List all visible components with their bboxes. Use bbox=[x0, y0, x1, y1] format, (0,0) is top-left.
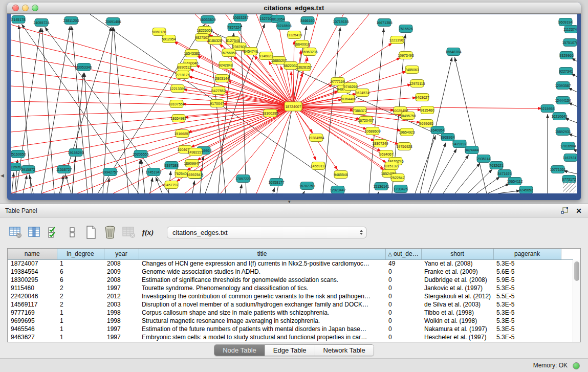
new-column-icon[interactable] bbox=[84, 225, 98, 239]
graph-node[interactable]: 23811203 bbox=[63, 17, 79, 25]
red-edge[interactable] bbox=[293, 14, 343, 106]
graph-node[interactable]: 16782753 bbox=[299, 182, 315, 190]
graph-node[interactable]: 11568727 bbox=[56, 166, 72, 173]
graph-node[interactable]: 17451947 bbox=[145, 168, 161, 176]
selected-graph-node[interactable]: 9827503 bbox=[195, 34, 209, 41]
black-edge[interactable] bbox=[564, 118, 577, 123]
selected-graph-node[interactable]: 9699695 bbox=[419, 120, 433, 127]
selected-graph-node[interactable]: 2803144 bbox=[215, 75, 229, 82]
selected-graph-node[interactable]: 16963236 bbox=[301, 48, 317, 56]
tab-edge-table[interactable]: Edge Table bbox=[265, 345, 315, 356]
selected-graph-node[interactable]: 18807249 bbox=[372, 140, 388, 147]
graph-node[interactable]: 15892931 bbox=[555, 128, 571, 136]
graph-node[interactable]: 16210643 bbox=[551, 113, 567, 120]
selected-graph-node[interactable]: 8427552 bbox=[211, 87, 225, 95]
table-selector-dropdown[interactable]: citations_edges.txt bbox=[167, 227, 366, 238]
selected-graph-node[interactable]: 16543382 bbox=[184, 50, 200, 57]
collapse-panel-arrow-icon[interactable]: ◀ bbox=[1, 173, 4, 178]
graph-node[interactable]: 17016504 bbox=[560, 142, 576, 150]
selected-graph-node[interactable]: 9242848 bbox=[219, 61, 232, 69]
graph-node[interactable]: 2935114 bbox=[477, 155, 491, 163]
graph-node[interactable]: 1640954 bbox=[430, 126, 444, 134]
graph-node[interactable]: 10771051 bbox=[550, 166, 565, 173]
black-edge[interactable] bbox=[498, 190, 520, 193]
graph-node[interactable]: 19158293 bbox=[68, 149, 83, 157]
column-header-title[interactable]: title bbox=[139, 249, 385, 259]
graph-node[interactable]: 8466160 bbox=[300, 17, 314, 25]
selected-graph-node[interactable]: 2522547 bbox=[390, 174, 404, 182]
graph-node[interactable]: 20206556 bbox=[133, 150, 148, 158]
selected-graph-node[interactable]: 12213399 bbox=[169, 85, 185, 93]
black-edge[interactable] bbox=[29, 175, 33, 193]
graph-node[interactable]: 19218596 bbox=[275, 22, 291, 30]
graph-node[interactable]: 7632621 bbox=[489, 162, 503, 169]
selected-graph-node[interactable]: 19654923 bbox=[399, 128, 415, 136]
function-builder-icon[interactable]: f(x) bbox=[141, 225, 155, 239]
selected-graph-node[interactable]: 9465546 bbox=[334, 171, 347, 179]
black-edge[interactable] bbox=[72, 158, 75, 193]
selected-graph-node[interactable]: 9746266 bbox=[343, 83, 357, 91]
graph-node[interactable]: 16671355 bbox=[376, 19, 392, 27]
table-row[interactable]: 946362711997Embryonic stem cells: a mode… bbox=[8, 333, 573, 341]
black-edge[interactable] bbox=[378, 191, 379, 193]
graph-node[interactable]: 9227341 bbox=[559, 68, 573, 75]
black-edge[interactable] bbox=[563, 171, 577, 174]
selected-graph-node[interactable]: 18495758 bbox=[400, 112, 416, 120]
selected-graph-node[interactable]: 11325419 bbox=[287, 31, 302, 39]
selected-graph-node[interactable]: 20364486 bbox=[340, 95, 356, 103]
tab-network-table[interactable]: Network Table bbox=[315, 345, 374, 356]
table-row[interactable]: 1872400712008Changes of HCN gene express… bbox=[8, 259, 573, 268]
graph-node[interactable]: 15136141 bbox=[373, 183, 389, 190]
selected-graph-node[interactable]: 18107554 bbox=[168, 100, 184, 108]
selected-graph-node[interactable]: 15166857 bbox=[174, 130, 190, 138]
selected-graph-node[interactable]: 12975115 bbox=[409, 80, 425, 87]
graph-node[interactable]: 11675317 bbox=[563, 154, 577, 162]
graph-node[interactable]: 24055724 bbox=[33, 19, 49, 27]
minimize-window-button[interactable] bbox=[22, 5, 29, 11]
red-edge[interactable] bbox=[11, 106, 293, 178]
window-titlebar[interactable]: citations_edges.txt bbox=[7, 3, 581, 14]
graph-node[interactable]: 10653287 bbox=[232, 14, 248, 21]
graph-node[interactable]: 17857223 bbox=[235, 175, 251, 183]
selected-graph-node[interactable]: 10973493 bbox=[398, 52, 413, 59]
graph-node[interactable]: 15751074 bbox=[562, 39, 577, 47]
graph-node[interactable]: 16648784 bbox=[445, 48, 461, 56]
graph-node[interactable]: 9245652 bbox=[519, 186, 533, 194]
selected-graph-node[interactable]: 9115460 bbox=[421, 106, 434, 114]
selected-graph-node[interactable]: 8186328 bbox=[208, 37, 222, 45]
column-header-pagerank[interactable]: pagerank bbox=[493, 249, 561, 259]
float-panel-icon[interactable] bbox=[561, 207, 569, 214]
red-edge[interactable] bbox=[186, 106, 293, 170]
graph-node[interactable]: 9329966 bbox=[559, 52, 573, 59]
black-edge[interactable] bbox=[303, 191, 304, 193]
selected-graph-node[interactable]: 14569117 bbox=[311, 162, 326, 170]
citation-network-graph[interactable]: 2145178240557242381120320691406160338091… bbox=[11, 14, 577, 193]
selected-graph-node[interactable]: 18151327 bbox=[383, 162, 399, 170]
black-edge[interactable] bbox=[455, 163, 480, 193]
graph-node[interactable]: 9609194 bbox=[558, 18, 572, 26]
close-panel-icon[interactable]: ✕ bbox=[576, 207, 582, 214]
selected-graph-node[interactable]: 9170047 bbox=[210, 100, 224, 107]
black-edge[interactable] bbox=[12, 172, 14, 193]
graph-node[interactable]: 12093587 bbox=[555, 82, 571, 90]
table-row[interactable]: 1938455462009Genome-wide association stu… bbox=[8, 268, 573, 276]
selected-graph-node[interactable]: 9777169 bbox=[331, 78, 344, 85]
selected-graph-node[interactable]: 16640910 bbox=[294, 40, 310, 48]
graph-node[interactable]: 16958177 bbox=[268, 179, 284, 186]
selected-graph-node[interactable]: 16720407 bbox=[358, 117, 374, 124]
column-header-short[interactable]: short bbox=[421, 249, 493, 259]
black-edge[interactable] bbox=[468, 169, 492, 193]
graph-node[interactable]: 10654112 bbox=[507, 178, 523, 185]
table-mode-icon[interactable] bbox=[8, 225, 23, 239]
selected-graph-node[interactable]: 12213967 bbox=[389, 36, 405, 44]
graph-node[interactable]: 18315057 bbox=[11, 163, 23, 171]
selected-graph-node[interactable]: 18226058 bbox=[197, 27, 212, 34]
selected-graph-node[interactable]: 16592547 bbox=[186, 171, 202, 179]
graph-node[interactable]: 19942757 bbox=[102, 168, 118, 176]
column-header-year[interactable]: year bbox=[104, 249, 139, 259]
selected-graph-node[interactable]: 9463627 bbox=[415, 94, 429, 101]
selected-graph-node[interactable]: 3624574 bbox=[355, 89, 369, 97]
zoom-window-button[interactable] bbox=[32, 5, 38, 11]
selected-graph-node[interactable]: 9684067 bbox=[379, 150, 393, 158]
black-edge[interactable] bbox=[138, 160, 140, 193]
